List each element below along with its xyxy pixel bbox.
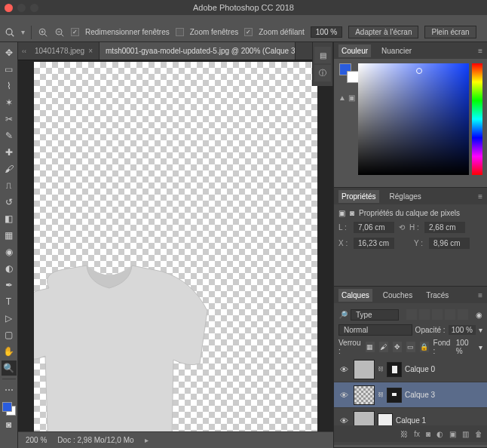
layer-thumb[interactable] [354, 411, 375, 426]
layer-thumb[interactable] [354, 360, 375, 379]
tab-color[interactable]: Couleur [338, 44, 371, 57]
fill-field[interactable]: 100 % [456, 339, 474, 355]
filter-type-select[interactable]: Type [351, 309, 399, 321]
color-swatch[interactable] [2, 402, 16, 416]
edit-toolbar-icon[interactable]: ⋯ [2, 382, 17, 397]
blur-tool-icon[interactable]: ◉ [2, 244, 17, 259]
lock-all-icon[interactable]: 🔒 [420, 342, 429, 352]
history-panel-icon[interactable]: ▤ [314, 47, 331, 63]
scrubby-zoom-checkbox[interactable]: ✓ [244, 28, 253, 36]
height-field[interactable]: 2,68 cm [424, 222, 465, 233]
layer-name[interactable]: Calque 1 [396, 416, 426, 425]
zoom-in-icon[interactable] [38, 27, 48, 38]
tab-paths[interactable]: Tracés [423, 289, 452, 302]
gradient-tool-icon[interactable]: ▦ [2, 228, 17, 243]
new-layer-icon[interactable]: ▥ [462, 430, 469, 438]
history-brush-icon[interactable]: ↺ [2, 195, 17, 210]
resize-windows-checkbox[interactable]: ✓ [71, 28, 79, 36]
info-panel-icon[interactable]: ⓘ [314, 65, 331, 81]
chevron-down-icon[interactable]: ▾ [479, 326, 482, 334]
y-field[interactable]: 8,96 cm [429, 238, 470, 249]
full-screen-button[interactable]: Plein écran [424, 26, 476, 38]
x-field[interactable]: 16,23 cm [354, 238, 394, 249]
width-field[interactable]: 7,06 cm [354, 222, 394, 233]
mask-thumb[interactable] [378, 413, 393, 426]
zoom-windows-checkbox[interactable] [176, 28, 184, 36]
move-tool-icon[interactable]: ✥ [2, 45, 17, 60]
tab-swatches[interactable]: Nuancier [378, 44, 415, 57]
fx-icon[interactable]: fx [414, 430, 420, 438]
layer-row[interactable]: 👁 ⛓ Calque 3 [334, 382, 487, 408]
chevron-down-icon[interactable]: ▾ [21, 28, 25, 36]
hand-tool-icon[interactable]: ✋ [2, 344, 17, 359]
canvas-area[interactable] [18, 60, 333, 431]
layer-thumb[interactable] [354, 385, 375, 405]
tab-layers[interactable]: Calques [338, 289, 372, 302]
layer-row[interactable]: 👁 Calque 1 [334, 408, 487, 425]
marquee-tool-icon[interactable]: ▭ [2, 62, 17, 77]
tab-doc-0[interactable]: 10401478.jpeg × [18, 42, 100, 60]
color-mode-icon[interactable]: ▲ ▣ [338, 94, 355, 102]
eyedropper-tool-icon[interactable]: ✎ [2, 128, 17, 143]
blend-mode-select[interactable]: Normal [338, 324, 412, 336]
window-close-icon[interactable] [5, 4, 13, 12]
lock-pos-icon[interactable]: ✥ [393, 342, 402, 352]
filter-type-icon[interactable] [432, 309, 443, 320]
filter-adj-icon[interactable] [419, 309, 430, 320]
layer-name[interactable]: Calque 0 [405, 365, 435, 373]
adjustment-icon[interactable]: ◐ [436, 430, 443, 438]
close-tab-icon[interactable]: × [88, 47, 93, 55]
tab-channels[interactable]: Couches [380, 289, 415, 302]
zoom-tool-icon[interactable] [5, 27, 15, 38]
filter-pixel-icon[interactable] [406, 309, 417, 320]
zoom-tool-icon[interactable]: 🔍 [2, 361, 17, 376]
crop-tool-icon[interactable]: ✂ [2, 112, 17, 127]
lock-paint-icon[interactable]: 🖌 [379, 342, 388, 352]
path-select-icon[interactable]: ▷ [2, 311, 17, 326]
filter-toggle-icon[interactable]: ◉ [476, 311, 482, 319]
lock-trans-icon[interactable]: ▦ [366, 342, 375, 352]
healing-tool-icon[interactable]: ✚ [2, 145, 17, 160]
zoom-pct-button[interactable]: 100 % [311, 26, 342, 38]
link-layers-icon[interactable]: ⛓ [400, 430, 408, 438]
fg-bg-swatch[interactable] [339, 63, 354, 78]
chevron-down-icon[interactable]: ▾ [479, 343, 482, 351]
lasso-tool-icon[interactable]: ⌇ [2, 78, 17, 94]
window-max-icon[interactable] [30, 4, 38, 12]
pen-tool-icon[interactable]: ✒ [2, 278, 17, 293]
dodge-tool-icon[interactable]: ◐ [2, 261, 17, 276]
layer-name[interactable]: Calque 3 [405, 391, 435, 399]
lock-nest-icon[interactable]: ▭ [406, 342, 415, 352]
eraser-tool-icon[interactable]: ◧ [2, 211, 17, 226]
panel-menu-icon[interactable]: ≡ [478, 47, 482, 55]
filter-smart-icon[interactable] [458, 309, 468, 320]
visibility-icon[interactable]: 👁 [337, 391, 351, 400]
quick-select-tool-icon[interactable]: ✶ [2, 95, 17, 110]
tab-properties[interactable]: Propriétés [338, 190, 379, 203]
mask-icon[interactable]: ◙ [426, 430, 430, 438]
mask-thumb[interactable] [387, 362, 402, 377]
doc-size-readout[interactable]: Doc : 2,98 Mo/12,0 Mo [57, 436, 133, 444]
opacity-field[interactable]: 100 % [449, 325, 476, 335]
shape-tool-icon[interactable]: ▢ [2, 327, 17, 342]
filter-icon[interactable]: 🔎 [338, 311, 348, 319]
tab-doc-1[interactable]: mtsh0001-gyaa-model-updated-5.jpg @ 200%… [100, 42, 296, 60]
color-picker[interactable] [358, 63, 469, 175]
filter-shape-icon[interactable] [445, 309, 455, 320]
panel-menu-icon[interactable]: ≡ [478, 192, 482, 201]
group-icon[interactable]: ▣ [449, 430, 456, 438]
zoom-out-icon[interactable] [54, 27, 65, 38]
mask-thumb[interactable] [387, 388, 402, 403]
type-tool-icon[interactable]: T [2, 294, 17, 309]
hue-slider[interactable] [472, 63, 482, 175]
status-menu-icon[interactable]: ▸ [145, 436, 149, 444]
window-min-icon[interactable] [17, 4, 26, 12]
quickmask-icon[interactable]: ◙ [2, 417, 17, 432]
zoom-readout[interactable]: 200 % [26, 436, 47, 444]
layer-row[interactable]: 👁 ⛓ Calque 0 [334, 357, 487, 382]
trash-icon[interactable]: 🗑 [475, 430, 482, 438]
link-icon[interactable]: ⟲ [399, 223, 405, 232]
visibility-icon[interactable]: 👁 [337, 365, 351, 374]
tab-adjustments[interactable]: Réglages [387, 190, 424, 203]
panel-menu-icon[interactable]: ≡ [478, 291, 482, 299]
